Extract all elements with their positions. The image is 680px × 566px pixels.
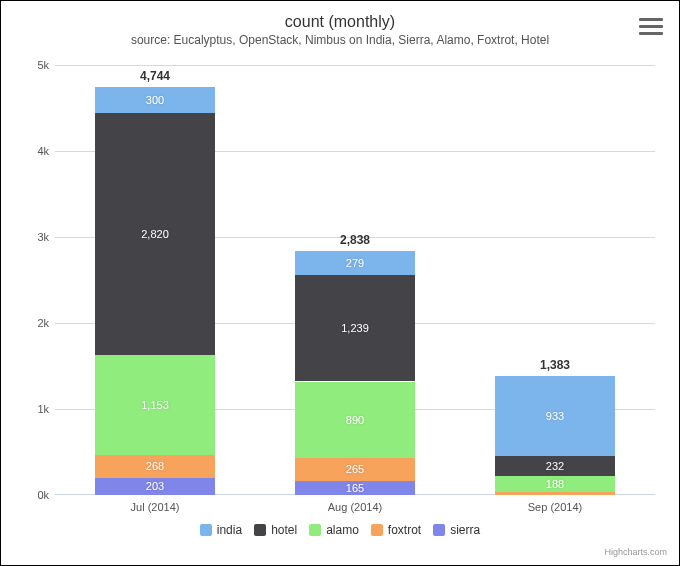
bar-segment-hotel[interactable] — [95, 113, 215, 356]
y-tick-label: 0k — [37, 489, 49, 501]
legend-item-hotel[interactable]: hotel — [254, 523, 297, 537]
plot-area: 0k1k2k3k4k5k2032681,1532,8203004,744Jul … — [55, 65, 655, 495]
legend-label: alamo — [326, 523, 359, 537]
bar-segment-sierra[interactable] — [295, 481, 415, 495]
legend-item-foxtrot[interactable]: foxtrot — [371, 523, 421, 537]
chart-subtitle: source: Eucalyptus, OpenStack, Nimbus on… — [5, 33, 675, 47]
bar-segment-india[interactable] — [95, 87, 215, 113]
legend-item-sierra[interactable]: sierra — [433, 523, 480, 537]
y-tick-label: 3k — [37, 231, 49, 243]
legend: indiahotelalamofoxtrotsierra — [5, 523, 675, 539]
legend-swatch — [371, 524, 383, 536]
bar-segment-foxtrot[interactable] — [495, 492, 615, 495]
legend-label: india — [217, 523, 242, 537]
y-tick-label: 1k — [37, 403, 49, 415]
bar-segment-alamo[interactable] — [495, 476, 615, 492]
bar-segment-hotel[interactable] — [295, 275, 415, 382]
chart-container: count (monthly) source: Eucalyptus, Open… — [0, 0, 680, 566]
chart-menu-button[interactable] — [639, 15, 663, 37]
legend-swatch — [433, 524, 445, 536]
legend-swatch — [254, 524, 266, 536]
x-tick-label: Jul (2014) — [131, 501, 180, 513]
x-tick-label: Aug (2014) — [328, 501, 382, 513]
legend-item-alamo[interactable]: alamo — [309, 523, 359, 537]
legend-label: foxtrot — [388, 523, 421, 537]
chart-title: count (monthly) — [5, 13, 675, 31]
grid-line — [55, 65, 655, 66]
stack-total-label: 1,383 — [495, 358, 615, 372]
bar-segment-hotel[interactable] — [495, 456, 615, 476]
stack-total-label: 4,744 — [95, 69, 215, 83]
legend-label: sierra — [450, 523, 480, 537]
x-tick-label: Sep (2014) — [528, 501, 582, 513]
chart-wrap: count (monthly) source: Eucalyptus, Open… — [5, 5, 675, 561]
bar-segment-foxtrot[interactable] — [295, 458, 415, 481]
y-tick-label: 5k — [37, 59, 49, 71]
stack-total-label: 2,838 — [295, 233, 415, 247]
legend-label: hotel — [271, 523, 297, 537]
legend-swatch — [200, 524, 212, 536]
bar-segment-india[interactable] — [295, 251, 415, 275]
bar-segment-foxtrot[interactable] — [95, 455, 215, 478]
bar-segment-alamo[interactable] — [95, 355, 215, 454]
y-tick-label: 4k — [37, 145, 49, 157]
legend-item-india[interactable]: india — [200, 523, 242, 537]
bar-segment-india[interactable] — [495, 376, 615, 456]
chart-credits[interactable]: Highcharts.com — [604, 547, 667, 557]
bar-segment-sierra[interactable] — [95, 478, 215, 495]
legend-swatch — [309, 524, 321, 536]
bar-segment-alamo[interactable] — [295, 382, 415, 459]
y-tick-label: 2k — [37, 317, 49, 329]
